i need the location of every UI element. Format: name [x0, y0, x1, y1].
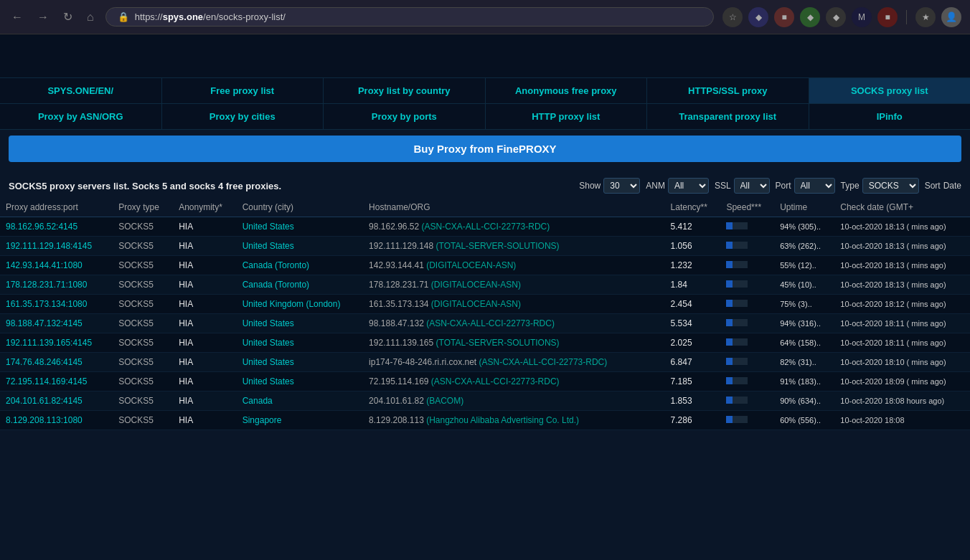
proxy-country[interactable]: Canada (Toronto) — [242, 280, 309, 290]
nav-item-free-proxy-list[interactable]: Free proxy list — [162, 78, 324, 103]
proxy-anonymity: HIA — [173, 256, 237, 275]
nav-item-spys-one-en-[interactable]: SPYS.ONE/EN/ — [0, 78, 162, 103]
proxy-org[interactable]: (DIGITALOCEAN-ASN) — [431, 299, 521, 309]
proxy-org[interactable]: (DIGITALOCEAN-ASN) — [426, 260, 516, 270]
table-row: 8.129.208.113:1080SOCKS5HIASingapore8.12… — [0, 411, 970, 430]
type-label: Type — [841, 181, 860, 191]
empty-col — [651, 237, 664, 256]
proxy-org[interactable]: (ASN-CXA-ALL-CCI-22773-RDC) — [422, 222, 550, 232]
port-filter-group: Port All80443108031288080 — [776, 178, 835, 194]
nav-item-proxy-by-cities[interactable]: Proxy by cities — [162, 104, 324, 129]
proxy-org[interactable]: (BACOM) — [426, 396, 463, 406]
extension-btn-1[interactable]: ◆ — [748, 7, 768, 27]
speed-bar-container — [726, 280, 748, 288]
nav-item-http-proxy-list[interactable]: HTTP proxy list — [486, 104, 648, 129]
proxy-country[interactable]: United States — [242, 318, 294, 328]
proxy-type: SOCKS5 — [113, 275, 173, 295]
table-row: 98.188.47.132:4145SOCKS5HIAUnited States… — [0, 314, 970, 333]
proxy-ip-port[interactable]: 8.129.208.113:1080 — [6, 415, 83, 425]
proxy-ip-port[interactable]: 98.162.96.52:4145 — [6, 222, 77, 232]
nav-item-ipinfo[interactable]: IPinfo — [809, 104, 971, 129]
star-button[interactable]: ☆ — [722, 7, 743, 27]
proxy-ip-port[interactable]: 174.76.48.246:4145 — [6, 357, 83, 367]
nav-item-proxy-by-ports[interactable]: Proxy by ports — [324, 104, 486, 129]
proxy-country[interactable]: Singapore — [242, 415, 282, 425]
proxy-latency: 1.84 — [665, 275, 721, 295]
proxy-ip-port[interactable]: 72.195.114.169:4145 — [6, 376, 87, 386]
nav-item-https-ssl-proxy[interactable]: HTTPS/SSL proxy — [647, 78, 809, 103]
proxy-org[interactable]: (TOTAL-SERVER-SOLUTIONS) — [436, 338, 560, 348]
home-button[interactable]: ⌂ — [84, 8, 97, 27]
proxy-ip-port[interactable]: 161.35.173.134:1080 — [6, 299, 87, 309]
proxy-latency: 7.185 — [665, 372, 721, 391]
bookmark-button[interactable]: ★ — [915, 7, 936, 27]
proxy-ip-port[interactable]: 192.111.139.165:4145 — [6, 338, 92, 348]
col-header: Hostname/ORG — [363, 198, 651, 217]
proxy-uptime: 60% (556).. — [774, 411, 834, 430]
table-row: 72.195.114.169:4145SOCKS5HIAUnited State… — [0, 372, 970, 391]
extension-btn-4[interactable]: ◆ — [826, 7, 846, 27]
ssl-select[interactable]: AllYesNo — [734, 178, 770, 194]
proxy-country[interactable]: United States — [242, 222, 294, 232]
proxy-type: SOCKS5 — [113, 256, 173, 275]
proxy-country[interactable]: United States — [242, 376, 294, 386]
proxy-uptime: 94% (305).. — [774, 217, 834, 237]
proxy-org[interactable]: (Hangzhou Alibaba Advertising Co. Ltd.) — [426, 415, 579, 425]
proxy-anonymity: HIA — [173, 391, 237, 411]
proxy-type: SOCKS5 — [113, 372, 173, 391]
port-select[interactable]: All80443108031288080 — [794, 178, 835, 194]
extension-btn-5[interactable]: M — [852, 7, 872, 27]
col-header: Speed*** — [720, 198, 774, 217]
type-select[interactable]: AllHTTPHTTPSSOCKS4SOCKS5SOCKS — [862, 178, 919, 194]
proxy-org[interactable]: (ASN-CXA-ALL-CCI-22773-RDC) — [431, 376, 560, 386]
nav-item-proxy-list-by-country[interactable]: Proxy list by country — [324, 78, 486, 103]
proxy-org[interactable]: (DIGITALOCEAN-ASN) — [431, 280, 521, 290]
refresh-button[interactable]: ↻ — [60, 7, 75, 27]
proxy-speed — [720, 411, 774, 430]
proxy-country[interactable]: United Kingdom (London) — [242, 299, 341, 309]
extension-btn-3[interactable]: ◆ — [800, 7, 820, 27]
nav-item-transparent-proxy-list[interactable]: Transparent proxy list — [647, 104, 809, 129]
forward-button[interactable]: → — [34, 8, 52, 27]
proxy-ip-port[interactable]: 98.188.47.132:4145 — [6, 318, 83, 328]
proxy-ip-port[interactable]: 192.111.129.148:4145 — [6, 241, 92, 251]
speed-bar — [726, 300, 733, 307]
show-select[interactable]: 10203050100 — [603, 178, 640, 194]
proxy-uptime: 75% (3).. — [774, 295, 834, 314]
nav-item-socks-proxy-list[interactable]: SOCKS proxy list — [809, 78, 971, 103]
anm-select[interactable]: AllNOAANMHIA — [668, 178, 709, 194]
proxy-ip-port[interactable]: 204.101.61.82:4145 — [6, 396, 83, 406]
proxy-speed — [720, 353, 774, 372]
proxy-country[interactable]: United States — [242, 241, 294, 251]
proxy-hostname: 204.101.61.82 (BACOM) — [363, 391, 651, 411]
speed-bar-container — [726, 358, 748, 365]
proxy-org[interactable]: (TOTAL-SERVER-SOLUTIONS) — [436, 241, 560, 251]
proxy-check-date: 10-oct-2020 18:11 ( mins ago) — [834, 314, 970, 333]
extension-btn-2[interactable]: ■ — [774, 7, 794, 27]
url-path: /en/socks-proxy-list/ — [203, 11, 286, 22]
proxy-country[interactable]: United States — [242, 357, 294, 367]
extension-btn-6[interactable]: ■ — [877, 7, 898, 27]
speed-bar-container — [726, 416, 748, 423]
proxy-type: SOCKS5 — [113, 391, 173, 411]
back-button[interactable]: ← — [9, 8, 26, 27]
url-bar[interactable]: 🔒 https://spys.one/en/socks-proxy-list/ — [105, 7, 714, 27]
nav-item-anonymous-free-proxy[interactable]: Anonymous free proxy — [486, 78, 648, 103]
proxy-country[interactable]: United States — [242, 338, 294, 348]
promo-banner[interactable]: Buy Proxy from FinePROXY — [9, 136, 961, 162]
proxy-uptime: 91% (183).. — [774, 372, 834, 391]
speed-bar-container — [726, 397, 748, 404]
user-avatar[interactable]: 👤 — [941, 7, 961, 27]
proxy-org[interactable]: (ASN-CXA-ALL-CCI-22773-RDC) — [426, 318, 555, 328]
proxy-org[interactable]: (ASN-CXA-ALL-CCI-22773-RDC) — [479, 357, 608, 367]
main-content: SOCKS5 proxy servers list. Socks 5 and s… — [0, 168, 970, 436]
proxy-ip-port[interactable]: 142.93.144.41:1080 — [6, 260, 83, 270]
col-header — [651, 198, 664, 217]
nav-row-1: SPYS.ONE/EN/Free proxy listProxy list by… — [0, 78, 970, 104]
speed-bar — [726, 222, 733, 229]
table-row: 192.111.139.165:4145SOCKS5HIAUnited Stat… — [0, 333, 970, 353]
proxy-country[interactable]: Canada (Toronto) — [242, 260, 309, 270]
nav-item-proxy-by-asn-org[interactable]: Proxy by ASN/ORG — [0, 104, 162, 129]
proxy-country[interactable]: Canada — [242, 396, 273, 406]
proxy-ip-port[interactable]: 178.128.231.71:1080 — [6, 280, 87, 290]
